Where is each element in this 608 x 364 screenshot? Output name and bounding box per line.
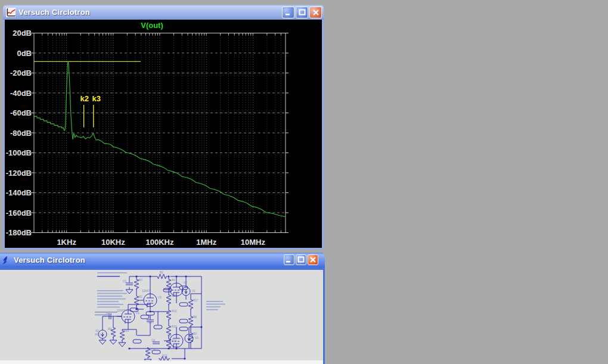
svg-text:C1: C1 <box>148 321 152 324</box>
schematic-text-blocks <box>95 272 225 315</box>
svg-text:R13: R13 <box>172 310 177 313</box>
schematic-bottom-strip <box>0 360 323 364</box>
close-button[interactable] <box>308 254 318 265</box>
schematic-area[interactable]: C3R7R212AX7U3U112AX7R9R16V2AC 1R4R11R13R… <box>0 270 323 364</box>
svg-text:20dB: 20dB <box>13 29 32 38</box>
svg-text:R10: R10 <box>172 340 177 343</box>
waveform-chart-icon <box>6 8 15 17</box>
fft-plot: k2k3V(out)20dB0dB-20dB-40dB-60dB-80dB-10… <box>5 20 322 248</box>
svg-text:10KHz: 10KHz <box>101 238 125 247</box>
minimize-button[interactable] <box>282 7 294 18</box>
maximize-button[interactable] <box>296 254 306 265</box>
maximize-button[interactable] <box>296 7 308 18</box>
schematic-labels: C3R7R212AX7U3U112AX7R9R16V2AC 1R4R11R13R… <box>95 271 198 357</box>
window-title: Versuch Circlotron <box>14 256 85 265</box>
svg-text:R19: R19 <box>162 354 167 357</box>
plot-area[interactable]: k2k3V(out)20dB0dB-20dB-40dB-60dB-80dB-10… <box>5 20 322 248</box>
svg-text:C4: C4 <box>151 339 155 342</box>
svg-text:1MHz: 1MHz <box>196 238 216 247</box>
svg-text:R4: R4 <box>172 279 175 282</box>
svg-text:R8: R8 <box>193 316 197 319</box>
svg-text:V1: V1 <box>192 290 196 293</box>
svg-text:U2: U2 <box>184 281 187 284</box>
svg-text:B2: B2 <box>160 271 163 274</box>
svg-text:0dB: 0dB <box>17 49 32 58</box>
svg-text:R15: R15 <box>172 325 177 328</box>
svg-text:U3: U3 <box>158 296 162 299</box>
window-title: Versuch Circlotron <box>18 8 90 17</box>
waveform-window: Versuch Circlotron k2k3V(out)20dB0dB-20d… <box>3 5 324 250</box>
svg-text:-160dB: -160dB <box>6 209 32 217</box>
schematic-window: Versuch Circlotron <box>0 253 325 364</box>
svg-text:12AX7: 12AX7 <box>117 309 125 312</box>
svg-text:V2: V2 <box>95 329 99 332</box>
svg-text:V(out): V(out) <box>141 21 163 30</box>
svg-text:-40dB: -40dB <box>10 89 32 98</box>
svg-text:R7: R7 <box>139 279 142 282</box>
svg-text:-20dB: -20dB <box>10 69 32 77</box>
svg-text:R3: R3 <box>193 332 197 335</box>
svg-text:-140dB: -140dB <box>6 188 32 197</box>
svg-text:k3: k3 <box>92 94 101 103</box>
svg-text:k2: k2 <box>80 94 88 103</box>
svg-text:R17: R17 <box>193 299 198 302</box>
schematic-app-icon <box>1 256 11 265</box>
svg-text:-120dB: -120dB <box>6 169 32 178</box>
svg-text:-180dB: -180dB <box>6 228 32 237</box>
minimize-button[interactable] <box>284 254 294 265</box>
svg-text:-60dB: -60dB <box>10 108 32 117</box>
svg-text:C3: C3 <box>123 280 126 283</box>
svg-text:R9: R9 <box>108 328 111 331</box>
svg-text:10MHz: 10MHz <box>241 238 266 247</box>
schematic-window-titlebar[interactable]: Versuch Circlotron <box>0 253 325 267</box>
svg-text:R16: R16 <box>124 329 129 332</box>
schematic-canvas: C3R7R212AX7U3U112AX7R9R16V2AC 1R4R11R13R… <box>0 270 323 364</box>
svg-text:-100dB: -100dB <box>6 148 32 157</box>
svg-text:1KHz: 1KHz <box>57 238 76 247</box>
waveform-window-titlebar[interactable]: Versuch Circlotron <box>3 5 324 20</box>
svg-text:R2: R2 <box>139 295 142 298</box>
svg-text:100KHz: 100KHz <box>146 238 174 247</box>
close-button[interactable] <box>309 7 322 18</box>
svg-text:U1: U1 <box>136 312 139 315</box>
svg-text:R18: R18 <box>150 349 156 351</box>
svg-text:R11: R11 <box>172 294 176 297</box>
svg-text:-80dB: -80dB <box>10 129 32 138</box>
svg-text:V3: V3 <box>195 337 198 340</box>
svg-text:AC 1: AC 1 <box>95 333 101 336</box>
svg-text:U4: U4 <box>167 334 171 337</box>
svg-text:12AX7: 12AX7 <box>142 290 150 293</box>
